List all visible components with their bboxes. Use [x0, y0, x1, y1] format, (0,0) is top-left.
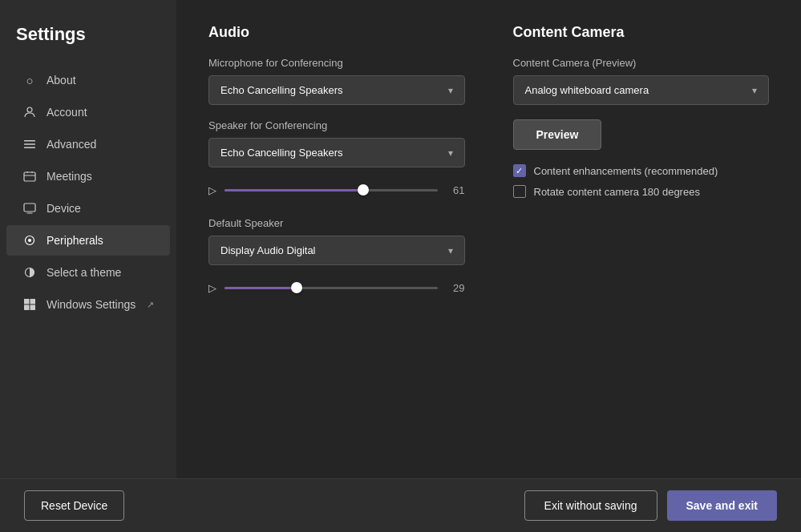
camera-value: Analog whiteboard camera — [525, 84, 649, 96]
speaker-dropdown[interactable]: Echo Cancelling Speakers ▾ — [208, 138, 465, 167]
svg-rect-3 — [24, 147, 35, 149]
default-slider-thumb[interactable] — [291, 282, 302, 293]
default-volume-row: ▷ 29 — [208, 280, 465, 296]
speaker-slider-fill — [225, 189, 363, 191]
svg-rect-12 — [30, 305, 36, 311]
footer: Reset Device Exit without saving Save an… — [0, 478, 801, 532]
camera-select-label: Content Camera (Preview) — [513, 57, 770, 69]
sidebar-item-device[interactable]: Device — [6, 193, 170, 224]
sidebar-label-device: Device — [47, 202, 81, 215]
windows-icon — [22, 297, 37, 312]
svg-rect-9 — [24, 299, 30, 304]
sidebar-item-advanced[interactable]: Advanced — [6, 129, 170, 159]
content-enhancements-row: Content enhancements (recommended) — [513, 164, 770, 177]
speaker-play-button[interactable]: ▷ — [208, 184, 216, 196]
preview-button[interactable]: Preview — [513, 119, 602, 150]
exit-without-saving-button[interactable]: Exit without saving — [524, 490, 657, 521]
speaker-value: Echo Cancelling Speakers — [220, 147, 342, 159]
microphone-label: Microphone for Conferencing — [208, 57, 465, 69]
main-content: Audio Microphone for Conferencing Echo C… — [176, 0, 801, 478]
sidebar-label-account: Account — [47, 106, 87, 119]
app-title: Settings — [0, 16, 176, 64]
sidebar-item-select-theme[interactable]: Select a theme — [6, 257, 170, 288]
speaker-slider-thumb[interactable] — [358, 184, 369, 195]
sidebar-label-meetings: Meetings — [47, 170, 92, 183]
chevron-down-icon: ▾ — [448, 85, 453, 96]
microphone-dropdown[interactable]: Echo Cancelling Speakers ▾ — [208, 75, 465, 105]
save-and-exit-button[interactable]: Save and exit — [667, 490, 778, 521]
sidebar: Settings ○ About Account Advanced Meetin… — [0, 0, 176, 478]
svg-rect-11 — [24, 305, 30, 311]
footer-actions: Exit without saving Save and exit — [524, 490, 777, 521]
sidebar-item-meetings[interactable]: Meetings — [6, 161, 170, 191]
default-slider-fill — [225, 287, 297, 289]
content-enhancements-checkbox[interactable] — [513, 164, 526, 177]
svg-rect-2 — [24, 143, 35, 145]
microphone-value: Echo Cancelling Speakers — [220, 84, 342, 96]
rotate-camera-checkbox[interactable] — [513, 185, 526, 198]
speaker-volume-row: ▷ 61 — [208, 182, 465, 198]
sidebar-label-windows-settings: Windows Settings — [47, 298, 136, 311]
sidebar-item-about[interactable]: ○ About — [6, 65, 170, 95]
advanced-icon — [22, 137, 37, 151]
default-volume-value: 29 — [446, 282, 465, 294]
sidebar-item-account[interactable]: Account — [6, 97, 170, 127]
chevron-down-icon-4: ▾ — [752, 85, 757, 96]
audio-section: Audio Microphone for Conferencing Echo C… — [208, 24, 465, 454]
camera-dropdown[interactable]: Analog whiteboard camera ▾ — [513, 75, 770, 105]
camera-section: Content Camera Content Camera (Preview) … — [513, 24, 770, 454]
reset-device-button[interactable]: Reset Device — [24, 490, 124, 521]
account-icon — [22, 105, 37, 119]
speaker-label: Speaker for Conferencing — [208, 119, 465, 131]
speaker-volume-slider[interactable] — [225, 182, 438, 198]
sidebar-item-peripherals[interactable]: Peripherals — [6, 225, 170, 256]
default-speaker-label: Default Speaker — [208, 217, 465, 229]
content-enhancements-label: Content enhancements (recommended) — [534, 165, 718, 177]
sidebar-item-windows-settings[interactable]: Windows Settings ↗ — [6, 289, 170, 320]
sidebar-label-select-theme: Select a theme — [47, 266, 121, 279]
peripherals-icon — [22, 233, 37, 248]
rotate-camera-label: Rotate content camera 180 degrees — [534, 186, 700, 198]
camera-title: Content Camera — [513, 24, 770, 41]
audio-title: Audio — [208, 24, 465, 41]
chevron-down-icon-2: ▾ — [448, 147, 453, 159]
default-volume-slider[interactable] — [225, 280, 438, 296]
default-play-button[interactable]: ▷ — [208, 282, 216, 294]
sidebar-label-advanced: Advanced — [47, 138, 96, 151]
external-link-icon: ↗ — [147, 300, 154, 310]
svg-rect-4 — [24, 172, 35, 181]
svg-rect-10 — [30, 299, 36, 304]
svg-point-0 — [27, 107, 32, 112]
rotate-camera-row: Rotate content camera 180 degrees — [513, 185, 770, 198]
svg-point-7 — [28, 239, 31, 242]
theme-icon — [22, 265, 37, 280]
about-icon: ○ — [22, 73, 37, 87]
sidebar-label-about: About — [47, 74, 76, 87]
device-icon — [22, 201, 37, 216]
speaker-volume-value: 61 — [446, 184, 465, 196]
chevron-down-icon-3: ▾ — [448, 245, 453, 256]
meetings-icon — [22, 169, 37, 183]
svg-rect-5 — [24, 204, 35, 212]
default-speaker-value: Display Audio Digital — [220, 244, 316, 256]
default-speaker-dropdown[interactable]: Display Audio Digital ▾ — [208, 236, 465, 265]
svg-rect-1 — [24, 140, 35, 142]
sidebar-label-peripherals: Peripherals — [47, 234, 103, 247]
